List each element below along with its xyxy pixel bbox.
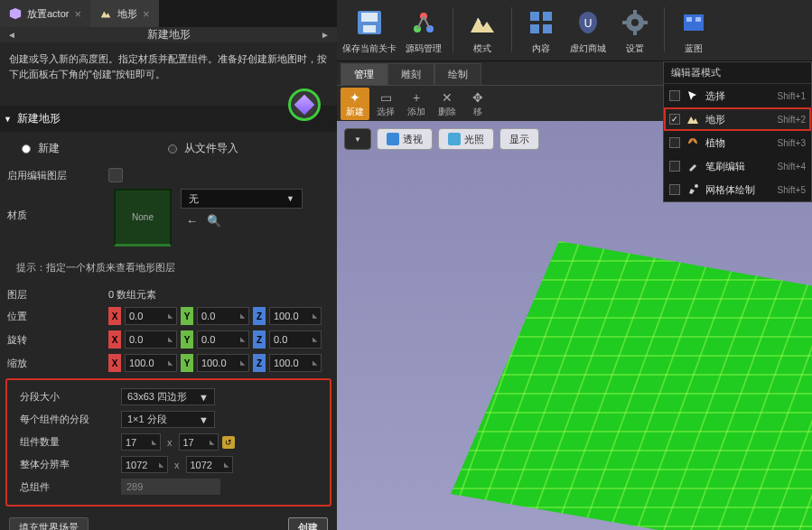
tab-sculpt[interactable]: 雕刻 bbox=[387, 63, 434, 85]
chevron-down-icon: ▼ bbox=[286, 194, 294, 203]
svg-rect-7 bbox=[543, 12, 552, 21]
x-icon: ✕ bbox=[442, 89, 453, 106]
rot-y-input[interactable]: 0.0◣ bbox=[197, 330, 249, 349]
res-y-input[interactable]: 1072◣ bbox=[186, 456, 233, 473]
svg-point-22 bbox=[695, 184, 698, 188]
mode-foliage[interactable]: 植物 Shift+3 bbox=[664, 131, 811, 154]
material-hint: 提示：指定一个材质来查看地形图层 bbox=[0, 250, 337, 285]
close-icon[interactable]: × bbox=[74, 7, 81, 21]
total-components: 289 bbox=[121, 479, 220, 495]
close-icon[interactable]: × bbox=[143, 7, 150, 21]
create-button[interactable]: 创建 bbox=[288, 517, 328, 530]
action-select[interactable]: ▭选择 bbox=[371, 88, 400, 120]
checkbox[interactable] bbox=[669, 137, 680, 148]
chevron-left-icon[interactable]: ◄ bbox=[7, 30, 16, 40]
radio-import[interactable]: 从文件导入 bbox=[168, 141, 238, 156]
blueprint-button[interactable]: 蓝图 bbox=[674, 4, 714, 55]
plus-icon: ✦ bbox=[350, 89, 360, 106]
material-dropdown[interactable]: 无▼ bbox=[181, 189, 303, 209]
vp-display[interactable]: 显示 bbox=[499, 128, 539, 150]
svg-rect-18 bbox=[686, 17, 692, 22]
checkbox[interactable] bbox=[669, 161, 680, 172]
sections-per-dropdown[interactable]: 1×1 分段▼ bbox=[121, 411, 215, 428]
grid-icon bbox=[524, 5, 558, 40]
svg-rect-15 bbox=[622, 21, 628, 24]
fill-world-button[interactable]: 填充世界场景 bbox=[9, 517, 89, 530]
label-material: 材质 bbox=[7, 189, 105, 222]
pos-x-input[interactable]: 0.0◣ bbox=[125, 307, 177, 325]
source-control-button[interactable]: 源码管理 bbox=[404, 4, 443, 55]
svg-text:U: U bbox=[584, 17, 593, 30]
diamond-button[interactable] bbox=[288, 88, 321, 121]
svg-rect-2 bbox=[363, 25, 376, 33]
chevron-right-icon[interactable]: ► bbox=[321, 30, 330, 40]
scl-z-input[interactable]: 100.0◣ bbox=[269, 354, 322, 372]
mode-mesh-paint[interactable]: 网格体绘制 Shift+5 bbox=[664, 178, 811, 201]
rot-z-input[interactable]: 0.0◣ bbox=[269, 330, 322, 349]
mode-terrain[interactable]: 地形 Shift+2 bbox=[664, 107, 811, 131]
vp-lighting[interactable]: 光照 bbox=[438, 128, 494, 150]
label-scale: 缩放 bbox=[7, 357, 105, 370]
terrain-grid bbox=[451, 223, 812, 530]
source-icon bbox=[406, 5, 441, 40]
chevron-down-icon: ▼ bbox=[4, 115, 12, 124]
layers-count: 0 数组元素 bbox=[108, 288, 156, 302]
svg-marker-21 bbox=[451, 241, 812, 530]
checkbox-enable-edit-layer[interactable] bbox=[108, 168, 123, 182]
comp-x-input[interactable]: 17◣ bbox=[121, 433, 161, 451]
section-size-dropdown[interactable]: 63x63 四边形▼ bbox=[121, 388, 215, 405]
checkbox[interactable] bbox=[669, 184, 680, 195]
highlighted-settings: 分段大小 63x63 四边形▼ 每个组件的分段 1×1 分段▼ 组件数量 17◣… bbox=[5, 378, 331, 507]
mode-button[interactable]: 模式 bbox=[462, 4, 502, 55]
label-layers: 图层 bbox=[7, 288, 105, 302]
action-new[interactable]: ✦新建 bbox=[341, 88, 369, 120]
res-x-input[interactable]: 1072◣ bbox=[121, 456, 168, 473]
scl-x-input[interactable]: 100.0◣ bbox=[125, 354, 177, 372]
marketplace-icon: U bbox=[571, 5, 605, 40]
mode-brush[interactable]: 笔刷编辑 Shift+4 bbox=[664, 154, 811, 178]
checkbox[interactable] bbox=[669, 114, 680, 125]
mountain-icon bbox=[465, 5, 499, 40]
content-button[interactable]: 内容 bbox=[521, 4, 561, 55]
tab-manage[interactable]: 管理 bbox=[341, 63, 387, 85]
axis-z-label: Z bbox=[253, 307, 266, 325]
save-button[interactable]: 保存当前关卡 bbox=[342, 4, 397, 55]
action-delete[interactable]: ✕删除 bbox=[433, 88, 462, 120]
settings-button[interactable]: 设置 bbox=[615, 4, 655, 55]
tab-paint[interactable]: 绘制 bbox=[434, 63, 481, 85]
action-move[interactable]: ✥移 bbox=[463, 88, 492, 120]
pos-y-input[interactable]: 0.0◣ bbox=[197, 307, 249, 325]
svg-rect-16 bbox=[642, 21, 648, 24]
action-add[interactable]: +添加 bbox=[402, 88, 431, 120]
vp-menu[interactable]: ▼ bbox=[344, 128, 371, 150]
vp-perspective[interactable]: 透视 bbox=[377, 128, 433, 150]
pen-icon bbox=[686, 159, 700, 173]
mode-select[interactable]: 选择 Shift+1 bbox=[664, 84, 811, 107]
checkbox[interactable] bbox=[669, 90, 680, 101]
cursor-icon: ▭ bbox=[380, 89, 392, 106]
material-slot[interactable]: None bbox=[114, 189, 172, 246]
marketplace-button[interactable]: U 虚幻商城 bbox=[568, 4, 608, 55]
comp-y-input[interactable]: 17◣ bbox=[179, 433, 219, 451]
search-icon[interactable]: 🔍 bbox=[207, 214, 221, 228]
blueprint-icon bbox=[677, 5, 711, 40]
brush-icon bbox=[686, 182, 700, 197]
cursor-icon bbox=[686, 88, 700, 103]
svg-rect-9 bbox=[543, 24, 552, 33]
pos-z-input[interactable]: 100.0◣ bbox=[269, 307, 322, 325]
svg-rect-8 bbox=[530, 24, 539, 33]
radio-new[interactable]: 新建 bbox=[22, 141, 60, 156]
section-new-terrain[interactable]: ▼ 新建地形 bbox=[0, 106, 337, 132]
reset-icon[interactable]: ↺ bbox=[222, 436, 235, 449]
gear-icon bbox=[618, 5, 652, 40]
svg-rect-19 bbox=[695, 17, 701, 22]
tab-place-actor[interactable]: 放置actor × bbox=[0, 0, 90, 27]
main-toolbar: 保存当前关卡 源码管理 模式 内容 U 虚幻商城 设置 蓝图 bbox=[337, 0, 812, 61]
svg-rect-14 bbox=[633, 30, 637, 35]
tab-terrain-label: 地形 bbox=[117, 7, 137, 21]
svg-rect-6 bbox=[530, 12, 539, 21]
back-icon[interactable]: ← bbox=[186, 214, 198, 228]
rot-x-input[interactable]: 0.0◣ bbox=[125, 330, 177, 349]
tab-terrain[interactable]: 地形 × bbox=[90, 0, 159, 27]
scl-y-input[interactable]: 100.0◣ bbox=[197, 354, 249, 372]
